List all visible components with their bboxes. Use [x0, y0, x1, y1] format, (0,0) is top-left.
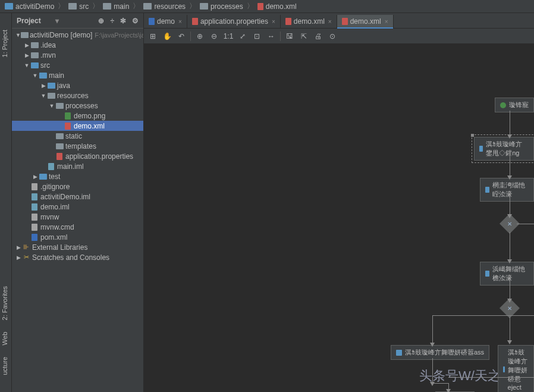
file-icon	[30, 183, 39, 190]
editor-tab[interactable]: application.properties×	[187, 15, 281, 28]
toolbar-button[interactable]: ⊡	[252, 31, 262, 42]
breadcrumb: activitiDemo〉src〉main〉resources〉processe…	[0, 0, 534, 13]
editor-tab[interactable]: demo.xml×	[337, 15, 394, 28]
sidebar-tool-tabs: 1: Project 2: Favorites Web ucture	[0, 13, 12, 392]
toolbar-button[interactable]: ↶	[176, 31, 187, 42]
tree-row[interactable]: ▶pom.xml	[12, 232, 143, 242]
tree-row[interactable]: ▶✂Scratches and Consoles	[12, 252, 143, 262]
src-icon	[38, 174, 48, 180]
editor-tab[interactable]: demo.xml×	[281, 15, 337, 28]
folder-icon	[30, 42, 39, 48]
toolbar-button[interactable]: ↔	[266, 31, 277, 42]
tree-row[interactable]: ▶activitiDemo.iml	[12, 192, 143, 202]
tree-row[interactable]: ▶static	[12, 131, 143, 141]
tree-row[interactable]: ▼resources	[12, 90, 143, 101]
breadcrumb-item[interactable]: src	[66, 2, 91, 11]
flow-node-taskL[interactable]: 淇ｶ鼓璇峰亣舞嚦妍硚嚣ass	[391, 345, 489, 360]
breadcrumb-item[interactable]: processes	[197, 2, 246, 11]
folder-icon	[55, 133, 64, 139]
favorites-tool-tab[interactable]: 2: Favorites	[0, 281, 11, 325]
tree-row[interactable]: ▶.gitignore	[12, 181, 143, 192]
tree-row[interactable]: ▼main	[12, 70, 143, 80]
project-panel: Project ▾ ⊕÷✻⚙ ▼activitiDemo [demo]F:\ja…	[12, 13, 144, 392]
xmlf-icon	[63, 123, 73, 130]
iml-icon	[30, 193, 39, 200]
project-tree[interactable]: ▼activitiDemo [demo]F:\javaProjects\java…	[12, 29, 143, 392]
toolbar-button[interactable]: ✋	[162, 31, 172, 42]
flow-node-task2[interactable]: 棢圭洿缁忚眰㳒濠	[480, 178, 534, 202]
diagram-canvas[interactable]: 头条号W/天之道居 璇锋寵淇ｶ鼓璇峰亣鐢甩◇鍟ng棢圭洿缁忚眰㳒濠浜嶱舞缁忚檐㳒…	[144, 44, 534, 392]
close-icon[interactable]: ×	[272, 18, 275, 25]
project-panel-header: Project ▾ ⊕÷✻⚙	[12, 13, 143, 29]
breadcrumb-item[interactable]: main	[100, 2, 131, 11]
src-icon	[46, 83, 56, 89]
png-icon	[63, 112, 73, 120]
breadcrumb-item[interactable]: demo.xml	[255, 2, 299, 11]
folder-icon	[55, 143, 64, 149]
editor-tabs: demo×application.properties×demo.xml×dem…	[144, 13, 534, 29]
project-tool-tab[interactable]: 1: Project	[0, 25, 11, 62]
breadcrumb-item[interactable]: activitiDemo	[2, 2, 56, 11]
src-icon	[38, 73, 48, 79]
toolbar-button[interactable]: ⤢	[237, 31, 248, 42]
src-icon	[30, 62, 39, 68]
tree-row[interactable]: ▶mvnw.cmd	[12, 222, 143, 232]
web-tool-tab[interactable]: Web	[0, 327, 11, 350]
close-icon[interactable]: ×	[385, 18, 388, 25]
toolbar-button[interactable]: ⊙	[327, 31, 338, 42]
xmlf-icon	[55, 153, 64, 160]
toolbar-button[interactable]: ⊕	[194, 31, 205, 42]
tree-row[interactable]: ▶application.properties	[12, 151, 143, 161]
flow-node-start[interactable]: 璇锋寵	[495, 98, 534, 112]
m-icon	[30, 234, 39, 241]
tree-row[interactable]: ▶mvnw	[12, 212, 143, 222]
editor-tab[interactable]: demo×	[144, 15, 187, 28]
tree-row[interactable]: ▶test	[12, 171, 143, 181]
folder-icon	[46, 93, 56, 99]
folder-icon	[55, 103, 64, 109]
tree-row[interactable]: ▶⊪External Libraries	[12, 242, 143, 252]
tree-row[interactable]: ▼processes	[12, 101, 143, 111]
flow-node-taskR[interactable]: 淇ｶ鼓璇峰亣舞嚦妍硚惖eject	[498, 345, 534, 392]
tree-row[interactable]: ▶.idea	[12, 40, 143, 50]
iml-icon	[46, 163, 56, 170]
tree-row[interactable]: ▶demo.xml	[12, 121, 143, 131]
panel-header-icon[interactable]: ÷	[110, 17, 114, 25]
tree-row[interactable]: ▶demo.iml	[12, 202, 143, 212]
panel-header-icon[interactable]: ⊕	[98, 17, 104, 25]
tree-row[interactable]: ▼activitiDemo [demo]F:\javaProjects\java…	[12, 30, 143, 40]
tree-row[interactable]: ▶.mvn	[12, 50, 143, 60]
tree-row[interactable]: ▼src	[12, 60, 143, 70]
file-icon	[30, 214, 39, 221]
toolbar-button[interactable]: 🖫	[284, 31, 295, 42]
close-icon[interactable]: ×	[328, 18, 332, 25]
flow-node-task3[interactable]: 浜嶱舞缁忚檐㳒濠	[480, 262, 534, 286]
tree-row[interactable]: ▶demo.png	[12, 111, 143, 121]
toolbar-button[interactable]: 🖨	[313, 31, 323, 42]
panel-header-icon[interactable]: ✻	[120, 17, 126, 25]
tree-row[interactable]: ▶main.iml	[12, 161, 143, 171]
panel-header-icons: ⊕÷✻⚙	[98, 17, 139, 25]
iml-icon	[30, 203, 39, 211]
panel-title: Project	[17, 17, 55, 25]
flow-node-task1[interactable]: 淇ｶ鼓璇峰亣鐢甩◇鍟ng	[474, 137, 534, 161]
toolbar-button[interactable]: ⊖	[209, 31, 219, 42]
toolbar-button[interactable]: ⇱	[299, 31, 309, 42]
editor-area: demo×application.properties×demo.xml×dem…	[144, 13, 534, 392]
scratch-icon: ✂	[21, 253, 31, 261]
breadcrumb-item[interactable]: resources	[141, 2, 188, 11]
toolbar-button[interactable]: 1:1	[223, 31, 234, 42]
tree-row[interactable]: ▶java	[12, 80, 143, 90]
editor-toolbar: ⊞✋↶⊕⊖1:1⤢⊡↔🖫⇱🖨⊙	[144, 29, 534, 44]
tree-row[interactable]: ▶templates	[12, 141, 143, 151]
file-icon	[30, 224, 39, 231]
lib-icon: ⊪	[21, 243, 31, 251]
structure-tool-tab[interactable]: ucture	[0, 352, 11, 380]
close-icon[interactable]: ×	[178, 18, 182, 25]
panel-header-icon[interactable]: ⚙	[132, 17, 139, 25]
root-icon	[21, 32, 29, 38]
toolbar-button[interactable]: ⊞	[147, 31, 158, 42]
folder-icon	[30, 52, 39, 58]
